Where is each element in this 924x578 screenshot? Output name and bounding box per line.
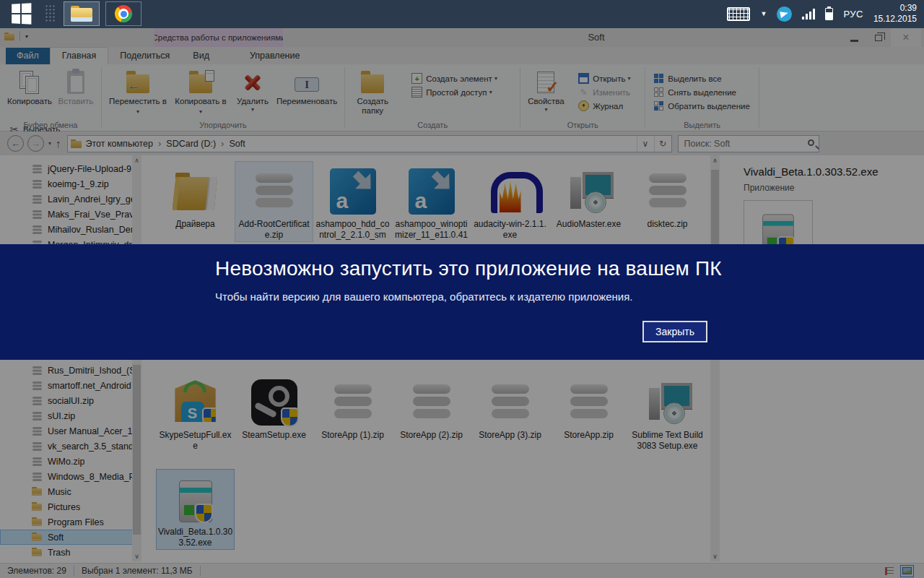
file-tile[interactable]: StoreApp.zip — [549, 372, 628, 453]
edit-button[interactable]: ✎Изменить — [574, 85, 635, 99]
rename-button[interactable]: IПереименовать — [274, 69, 340, 108]
ribbon-tabs: Файл Главная Поделиться Вид Управление — [0, 47, 924, 64]
clock[interactable]: 0:3915.12.2015 — [873, 3, 917, 25]
sidebar-item[interactable]: jQuery-File-Upload-9 — [0, 161, 134, 176]
copy-button[interactable]: Копировать — [4, 69, 55, 108]
folder-icon[interactable] — [4, 33, 14, 40]
sidebar-item[interactable]: Pictures — [0, 499, 134, 514]
sidebar-item[interactable]: Trash — [0, 545, 134, 560]
sidebar-item[interactable]: Soft — [0, 530, 134, 545]
close-button[interactable]: × — [891, 28, 921, 47]
file-tile[interactable]: SkypeSetupFull.exe — [156, 372, 235, 453]
taskbar-file-explorer-button[interactable] — [64, 1, 100, 26]
qat-customize-icon[interactable]: ▾ — [25, 33, 28, 40]
search-input[interactable] — [678, 135, 819, 152]
network-signal-icon[interactable] — [802, 9, 815, 20]
file-name: disktec.zip — [629, 219, 705, 230]
sidebar-item[interactable]: socialUI.zip — [0, 393, 134, 408]
file-tile[interactable]: AudioMaster.exe — [549, 161, 628, 242]
battery-icon[interactable] — [825, 8, 833, 20]
delete-button[interactable]: Удалить▾ — [232, 69, 274, 114]
telegram-icon[interactable] — [777, 7, 792, 22]
forward-button[interactable]: → — [27, 135, 44, 152]
invert-selection-button[interactable]: Обратить выделение — [650, 99, 754, 113]
new-folder-icon — [361, 74, 384, 93]
select-none-button[interactable]: Снять выделение — [650, 85, 754, 99]
easy-access-button[interactable]: Простой доступ ▾ — [407, 85, 502, 99]
file-tile[interactable]: Драйвера — [156, 161, 235, 242]
scroll-down-icon[interactable]: ∨ — [132, 551, 141, 561]
file-tile[interactable]: ashampoo_winoptimizer_11_e11.0.41 — [392, 161, 471, 242]
sidebar-item[interactable]: sUI.zip — [0, 408, 134, 423]
select-all-button[interactable]: Выделить все — [650, 72, 754, 85]
sidebar-item[interactable]: smartoff.net_Android — [0, 378, 134, 393]
breadcrumb-segment[interactable]: Soft› — [229, 139, 245, 149]
file-tile[interactable]: StoreApp (1).zip — [313, 372, 392, 453]
file-name: Add-RootCertificate.zip — [236, 219, 312, 241]
back-button[interactable]: ← — [7, 135, 24, 152]
tab-home[interactable]: Главная — [50, 47, 109, 64]
details-view-button[interactable] — [882, 565, 896, 577]
file-tile[interactable]: StoreApp (3).zip — [471, 372, 549, 453]
sidebar-item[interactable]: Mihailov_Ruslan_Dem — [0, 222, 134, 237]
keyboard-icon[interactable] — [727, 7, 750, 21]
sidebar-item[interactable]: Program Files — [0, 514, 134, 530]
copy-to-button[interactable]: Копировать в ▾ — [170, 69, 232, 117]
tab-manage[interactable]: Управление — [238, 48, 312, 64]
minimize-button[interactable] — [842, 28, 866, 47]
group-label: Буфер обмена — [0, 121, 101, 129]
breadcrumb-segment[interactable]: SDCard (D:)› — [166, 138, 229, 149]
file-tile[interactable]: ashampoo_hdd_control_2_2.1.0_sm — [313, 161, 392, 242]
paste-button[interactable]: Вставить — [55, 69, 97, 108]
sidebar-item[interactable]: WiMo.zip — [0, 454, 134, 469]
taskbar-grip — [45, 4, 55, 23]
tab-file[interactable]: Файл — [6, 48, 50, 64]
close-dialog-button[interactable]: Закрыть — [642, 321, 707, 342]
sidebar-item[interactable]: User Manual_Acer_1.0 — [0, 423, 134, 439]
sidebar-item[interactable]: koeimg-1_9.zip — [0, 176, 134, 191]
ribbon-group-open: Свойства▾ Открыть ▾ ✎Изменить Журнал Отк… — [520, 64, 645, 131]
breadcrumb[interactable]: Этот компьютер›SDCard (D:)›Soft› ∨ ↻ — [67, 135, 672, 152]
sidebar-item[interactable]: Music — [0, 484, 134, 499]
file-tile[interactable]: StoreApp (2).zip — [392, 372, 471, 453]
sidebar-item[interactable]: Maks_Frai_Vse_Pravda — [0, 207, 134, 222]
details-file-type: Приложение — [744, 183, 794, 193]
file-tile[interactable]: audacity-win-2.1.1.exe — [471, 161, 549, 242]
windows-logo-icon — [12, 3, 31, 25]
taskbar-chrome-button[interactable] — [105, 1, 141, 26]
move-to-button[interactable]: ←Переместить в ▾ — [106, 69, 170, 117]
restore-button[interactable] — [866, 28, 891, 47]
tray-chevron-icon[interactable]: ▼ — [760, 10, 767, 17]
file-tile[interactable]: Add-RootCertificate.zip — [235, 161, 313, 242]
scroll-up-icon[interactable]: ∧ — [132, 155, 141, 165]
up-button[interactable]: ↑ — [56, 137, 61, 150]
properties-button[interactable]: Свойства▾ — [525, 69, 567, 114]
sidebar-item[interactable]: Windows_8_Media_Pl — [0, 469, 134, 484]
sidebar-item[interactable]: Lavin_Andrei_Igry_ge — [0, 191, 134, 207]
file-tile[interactable]: disktec.zip — [628, 161, 707, 242]
tab-share[interactable]: Поделиться — [108, 48, 181, 64]
tab-view[interactable]: Вид — [181, 48, 221, 64]
breadcrumb-crumbs: Этот компьютер›SDCard (D:)›Soft› — [86, 138, 245, 149]
history-button[interactable]: Журнал — [574, 99, 635, 113]
file-tile[interactable]: Sublime Text Build 3083 Setup.exe — [628, 372, 707, 453]
language-indicator[interactable]: РУС — [843, 9, 863, 20]
start-button[interactable] — [0, 0, 42, 27]
file-type-icon — [32, 224, 44, 236]
thumbnail-view-button[interactable] — [900, 565, 914, 577]
new-item-button[interactable]: +Создать элемент ▾ — [407, 72, 502, 85]
recent-locations-icon[interactable]: ▾ — [48, 140, 51, 147]
scrollbar-thumb[interactable] — [133, 365, 141, 535]
sidebar-item[interactable]: vk_search_3.5_standa — [0, 439, 134, 454]
file-type-icon — [32, 410, 44, 422]
sidebar-item[interactable]: Rus_Dmitrii_Ishod_(S — [0, 363, 134, 378]
address-dropdown-icon[interactable]: ∨ — [637, 136, 654, 152]
file-tile[interactable]: SteamSetup.exe — [235, 372, 313, 453]
new-folder-button[interactable]: Создать папку — [349, 69, 396, 117]
breadcrumb-segment[interactable]: Этот компьютер› — [86, 138, 167, 149]
file-tile[interactable]: Vivaldi_Beta.1.0.303.52.exe — [156, 469, 235, 550]
scroll-down-icon[interactable]: ∨ — [710, 551, 720, 561]
scroll-up-icon[interactable]: ∧ — [710, 155, 720, 165]
open-button[interactable]: Открыть ▾ — [574, 72, 635, 85]
refresh-icon[interactable]: ↻ — [654, 136, 671, 152]
